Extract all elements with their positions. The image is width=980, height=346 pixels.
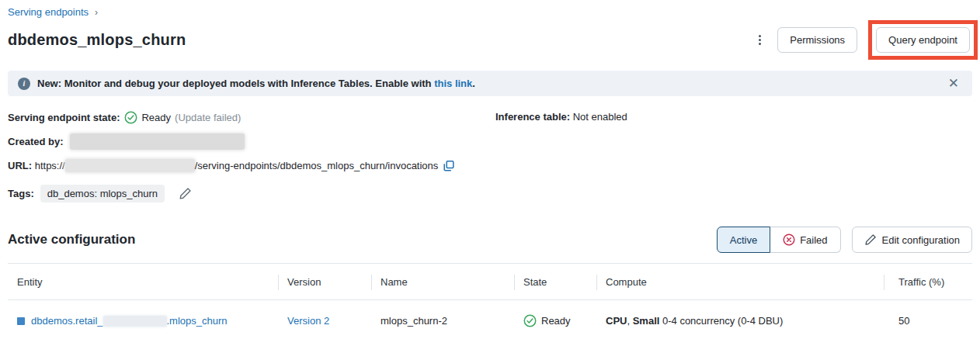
banner-text-main: New: Monitor and debug your deployed mod… bbox=[37, 78, 432, 89]
tag-chip: db_demos: mlops_churn bbox=[40, 185, 165, 202]
inference-table-value: Not enabled bbox=[573, 111, 627, 123]
config-actions: Active Failed Edit configuration bbox=[717, 227, 972, 253]
page-title: dbdemos_mlops_churn bbox=[8, 31, 186, 49]
state-cell: Ready bbox=[514, 300, 596, 327]
failed-tab-button[interactable]: Failed bbox=[770, 227, 840, 253]
col-header-name: Name bbox=[371, 264, 514, 299]
table-row: dbdemos.retail_.mlops_churn Version 2 ml… bbox=[8, 300, 972, 327]
edit-configuration-button[interactable]: Edit configuration bbox=[852, 227, 972, 253]
active-configuration-header: Active configuration Active Failed Edit … bbox=[8, 227, 972, 253]
endpoint-state-row: Serving endpoint state: Ready (Update fa… bbox=[8, 111, 972, 124]
config-filter-group: Active Failed bbox=[717, 227, 841, 253]
entity-suffix: .mlops_churn bbox=[167, 315, 228, 327]
inference-table-status: Inference table: Not enabled bbox=[495, 111, 627, 123]
col-header-compute: Compute bbox=[596, 264, 884, 299]
inference-table-label: Inference table: bbox=[495, 111, 570, 123]
active-configuration-title: Active configuration bbox=[8, 232, 135, 247]
endpoint-state-value: Ready bbox=[141, 112, 171, 123]
edit-pencil-icon bbox=[864, 234, 877, 246]
entity-redacted-catalog bbox=[103, 316, 167, 327]
compute-cell: CPU, Small 0-4 concurrency (0-4 DBU) bbox=[596, 301, 884, 327]
active-tab-button[interactable]: Active bbox=[717, 227, 770, 253]
col-header-entity: Entity bbox=[8, 264, 278, 299]
endpoint-state-label: Serving endpoint state: bbox=[8, 112, 120, 123]
url-prefix: https:// bbox=[35, 160, 65, 171]
compute-comma: , bbox=[627, 315, 632, 327]
model-icon bbox=[17, 317, 25, 325]
kebab-menu-icon[interactable] bbox=[752, 32, 766, 48]
entity-link[interactable]: dbdemos.retail_.mlops_churn bbox=[31, 315, 228, 327]
failed-tab-label: Failed bbox=[800, 234, 827, 246]
failed-x-circle-icon bbox=[783, 234, 795, 246]
inference-tables-banner: i New: Monitor and debug your deployed m… bbox=[8, 71, 972, 96]
col-header-traffic: Traffic (%) bbox=[884, 264, 972, 299]
entity-prefix: dbdemos.retail_ bbox=[31, 315, 103, 327]
url-row: URL: https:///serving-endpoints/dbdemos_… bbox=[8, 159, 972, 172]
compute-type: CPU bbox=[606, 315, 627, 327]
tags-row: Tags: db_demos: mlops_churn bbox=[8, 185, 972, 202]
check-circle-icon bbox=[523, 314, 537, 327]
compute-detail: 0-4 concurrency (0-4 DBU) bbox=[659, 315, 783, 327]
served-entities-table: Entity Version Name State Compute Traffi… bbox=[8, 263, 972, 327]
created-by-label: Created by: bbox=[8, 136, 64, 147]
breadcrumb-serving-endpoints-link[interactable]: Serving endpoints bbox=[8, 6, 89, 18]
name-cell: mlops_churn-2 bbox=[371, 301, 514, 327]
url-suffix: /serving-endpoints/dbdemos_mlops_churn/i… bbox=[195, 160, 439, 171]
breadcrumb: Serving endpoints › bbox=[8, 0, 972, 18]
traffic-cell: 50 bbox=[884, 301, 972, 327]
check-circle-icon bbox=[124, 111, 137, 124]
banner-period: . bbox=[472, 78, 475, 89]
version-cell: Version 2 bbox=[278, 301, 371, 327]
annotation-highlight-box: Query endpoint bbox=[868, 20, 978, 60]
page-header: dbdemos_mlops_churn Permissions Query en… bbox=[8, 19, 972, 60]
url-redacted-host bbox=[65, 159, 195, 172]
query-endpoint-button[interactable]: Query endpoint bbox=[876, 27, 970, 53]
close-icon[interactable]: ✕ bbox=[945, 75, 962, 92]
col-header-state: State bbox=[514, 264, 596, 299]
breadcrumb-chevron-icon: › bbox=[95, 7, 98, 18]
banner-text: New: Monitor and debug your deployed mod… bbox=[37, 78, 475, 89]
endpoint-state-note: (Update failed) bbox=[175, 112, 241, 123]
entity-cell: dbdemos.retail_.mlops_churn bbox=[8, 301, 278, 327]
banner-this-link[interactable]: this link bbox=[434, 78, 472, 89]
table-header-row: Entity Version Name State Compute Traffi… bbox=[8, 263, 972, 300]
url-label: URL: bbox=[8, 160, 32, 171]
header-actions: Permissions Query endpoint bbox=[752, 20, 972, 60]
created-by-redacted-value bbox=[70, 133, 245, 150]
permissions-button[interactable]: Permissions bbox=[777, 27, 857, 53]
created-by-row: Created by: bbox=[8, 133, 972, 150]
info-icon: i bbox=[18, 78, 30, 90]
row-state-label: Ready bbox=[541, 315, 571, 327]
tags-label: Tags: bbox=[8, 188, 34, 199]
version-link[interactable]: Version 2 bbox=[287, 315, 329, 327]
edit-configuration-label: Edit configuration bbox=[882, 234, 960, 246]
compute-size: Small bbox=[633, 315, 660, 327]
col-header-version: Version bbox=[278, 264, 371, 299]
edit-tags-pencil-icon[interactable] bbox=[179, 187, 192, 200]
copy-icon[interactable] bbox=[443, 160, 455, 172]
